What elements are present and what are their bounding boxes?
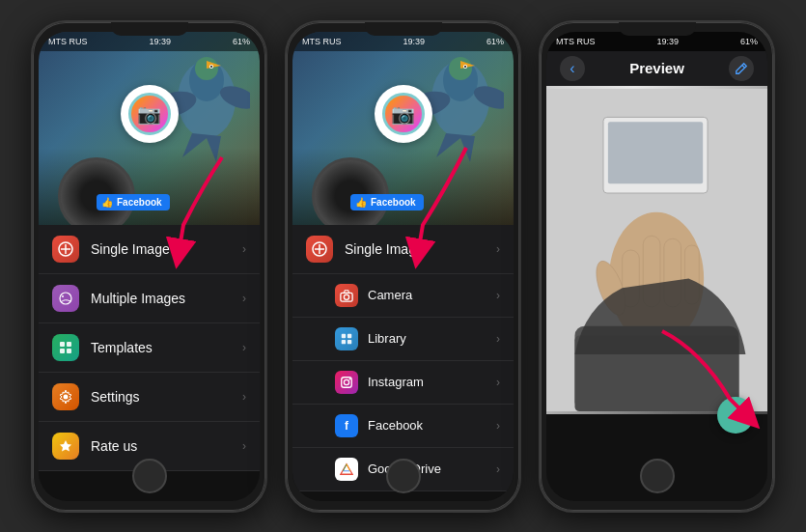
svg-rect-15 — [60, 342, 65, 347]
battery-3: 61% — [740, 37, 758, 46]
svg-rect-17 — [60, 349, 65, 353]
templates-icon — [52, 334, 79, 361]
battery-2: 61% — [486, 37, 504, 46]
next-icon: → — [728, 406, 743, 424]
svg-line-48 — [742, 65, 745, 68]
phone-3: MTS RUS 19:39 61% ‹ Preview — [539, 20, 775, 513]
back-button[interactable]: ‹ — [560, 56, 585, 81]
svg-point-14 — [62, 295, 64, 297]
settings-chevron: › — [242, 390, 246, 404]
status-bar-3: MTS RUS 19:39 61% — [546, 32, 767, 51]
svg-marker-43 — [341, 463, 352, 474]
back-icon: ‹ — [570, 60, 574, 77]
camera-chevron: › — [496, 289, 500, 302]
menu-item-templates[interactable]: Templates › — [39, 323, 260, 373]
templates-chevron: › — [242, 341, 246, 354]
svg-point-13 — [60, 293, 71, 304]
fb-label-1: Facebook — [117, 197, 162, 208]
library-chevron: › — [496, 332, 500, 346]
home-button-2[interactable] — [386, 459, 421, 493]
phone-2: MTS RUS 19:39 61% — [285, 20, 521, 513]
app-logo-1: 📷 — [121, 85, 179, 143]
fb-badge-2: 👍 Facebook — [350, 194, 424, 210]
fb-label-2: Facebook — [371, 197, 416, 208]
svg-marker-20 — [60, 440, 71, 452]
preview-header: ‹ Preview — [546, 51, 767, 86]
templates-label: Templates — [91, 340, 242, 355]
google-drive-icon — [335, 458, 358, 481]
phone-1: MTS RUS 19:39 61% — [31, 20, 267, 513]
fb-badge-1: 👍 Facebook — [97, 194, 170, 210]
rate-icon — [52, 433, 79, 460]
status-bar-2: MTS RUS 19:39 61% — [292, 32, 514, 51]
time-2: 19:39 — [403, 37, 425, 46]
svg-line-46 — [344, 463, 347, 470]
menu-item-single-image-2[interactable]: Single Image › — [292, 225, 514, 274]
single-image-chevron-2: › — [496, 242, 500, 256]
edit-icon — [735, 62, 748, 75]
instagram-icon — [335, 371, 358, 394]
submenu-camera[interactable]: Camera › — [292, 274, 514, 318]
single-image-label: Single Image — [91, 241, 242, 257]
camera-label: Camera — [368, 288, 496, 302]
svg-rect-36 — [342, 333, 346, 337]
library-icon — [335, 327, 358, 350]
svg-point-19 — [64, 394, 69, 399]
svg-line-47 — [347, 463, 350, 470]
submenu-library[interactable]: Library › — [292, 318, 514, 361]
menu-item-single-image[interactable]: Single Image › — [39, 225, 260, 274]
menu-item-multiple-images[interactable]: Multiple Images › — [39, 274, 260, 323]
edit-button[interactable] — [729, 56, 754, 81]
svg-point-42 — [349, 378, 351, 379]
preview-title: Preview — [629, 60, 684, 76]
svg-rect-16 — [67, 342, 71, 347]
rate-us-label: Rate us — [91, 438, 242, 454]
phone-3-screen: MTS RUS 19:39 61% ‹ Preview — [546, 32, 767, 501]
svg-point-7 — [210, 66, 212, 68]
svg-point-35 — [344, 294, 348, 299]
facebook-chevron: › — [496, 419, 500, 433]
menu-list-2: Single Image › Camera › Library › — [292, 225, 514, 491]
svg-marker-44 — [341, 463, 352, 474]
multiple-images-icon — [52, 285, 79, 312]
svg-rect-18 — [67, 349, 71, 353]
home-button-1[interactable] — [132, 459, 167, 493]
instagram-chevron: › — [496, 376, 500, 389]
facebook-label: Facebook — [368, 418, 496, 433]
menu-list-1: Single Image › Multiple Images › Templat… — [39, 225, 260, 471]
submenu-instagram[interactable]: Instagram › — [292, 361, 514, 405]
settings-icon — [52, 383, 79, 410]
fb-thumb-icon: 👍 — [101, 197, 113, 208]
facebook-icon: f — [335, 414, 358, 437]
svg-point-41 — [344, 379, 348, 384]
home-button-3[interactable] — [640, 459, 675, 493]
phone-1-screen: MTS RUS 19:39 61% — [39, 32, 260, 501]
carrier-1: MTS RUS — [48, 37, 88, 46]
battery-1: 61% — [233, 37, 250, 46]
app-logo-inner-1: 📷 — [128, 93, 171, 135]
single-image-chevron: › — [242, 242, 246, 256]
svg-rect-38 — [342, 339, 346, 343]
menu-item-settings[interactable]: Settings › — [39, 373, 260, 422]
svg-rect-51 — [608, 122, 703, 183]
single-image-label-2: Single Image — [345, 241, 496, 257]
submenu-facebook[interactable]: f Facebook › — [292, 405, 514, 448]
multiple-images-label: Multiple Images — [91, 291, 242, 306]
hand-svg — [546, 86, 767, 414]
settings-label: Settings — [91, 389, 242, 405]
svg-rect-37 — [347, 333, 351, 337]
next-button[interactable]: → — [717, 397, 754, 434]
single-image-icon-2 — [306, 236, 333, 263]
google-drive-chevron: › — [496, 462, 500, 476]
multiple-images-chevron: › — [242, 292, 246, 305]
status-bar-1: MTS RUS 19:39 61% — [39, 32, 260, 51]
camera-icon — [335, 284, 358, 307]
single-image-icon — [52, 236, 79, 263]
svg-rect-39 — [347, 339, 351, 343]
instagram-label: Instagram — [368, 375, 496, 389]
app-logo-inner-2: 📷 — [382, 93, 425, 135]
rate-us-chevron: › — [242, 439, 246, 453]
phone-2-screen: MTS RUS 19:39 61% — [292, 32, 514, 501]
time-1: 19:39 — [149, 37, 171, 46]
preview-image — [546, 86, 767, 414]
